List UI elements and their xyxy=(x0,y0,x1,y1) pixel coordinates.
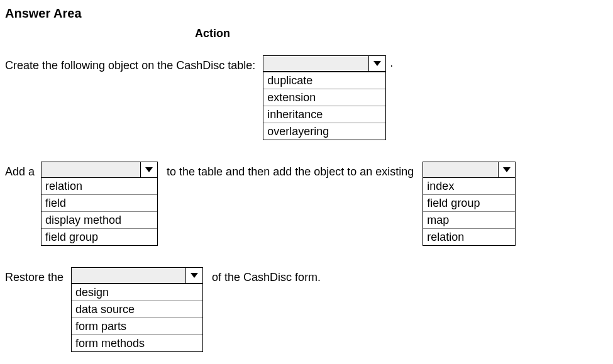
chevron-down-icon xyxy=(369,56,385,71)
svg-marker-1 xyxy=(145,167,153,172)
svg-marker-3 xyxy=(191,273,198,278)
option-inheritance[interactable]: inheritance xyxy=(263,106,385,123)
row3-text-after: of the CashDisc form. xyxy=(212,267,321,286)
row2-text-before: Add a xyxy=(5,162,35,180)
dropdown-options: index field group map relation xyxy=(422,177,516,246)
option-overlayering[interactable]: overlayering xyxy=(263,123,385,140)
chevron-down-icon xyxy=(499,162,515,177)
dropdown-restore-item[interactable]: design data source form parts form metho… xyxy=(71,267,203,352)
dropdown-value xyxy=(263,56,369,71)
option-index[interactable]: index xyxy=(423,178,515,195)
option-design[interactable]: design xyxy=(72,284,202,301)
option-extension[interactable]: extension xyxy=(263,89,385,106)
row3-text-before: Restore the xyxy=(5,267,64,286)
row-add-to-table: Add a relation field display method fiel… xyxy=(5,162,608,246)
row1-period: . xyxy=(386,55,393,70)
svg-marker-0 xyxy=(373,61,381,66)
section-header-action: Action xyxy=(5,27,269,40)
option-display-method[interactable]: display method xyxy=(41,212,157,229)
row-restore: Restore the design data source form part… xyxy=(5,267,608,352)
dropdown-existing-object[interactable]: index field group map relation xyxy=(422,162,516,246)
option-field-group[interactable]: field group xyxy=(423,195,515,212)
row2-text-mid: to the table and then add the object to … xyxy=(167,162,414,180)
dropdown-add-item[interactable]: relation field display method field grou… xyxy=(41,162,158,246)
dropdown-value xyxy=(72,268,186,283)
dropdown-options: duplicate extension inheritance overlaye… xyxy=(263,71,386,140)
dropdown-value xyxy=(41,162,141,177)
chevron-down-icon xyxy=(141,162,157,177)
dropdown-object-type[interactable]: duplicate extension inheritance overlaye… xyxy=(263,55,386,140)
row-create-object: Create the following object on the CashD… xyxy=(5,55,608,140)
svg-marker-2 xyxy=(503,167,511,172)
option-field-group[interactable]: field group xyxy=(41,229,157,245)
dropdown-options: design data source form parts form metho… xyxy=(71,283,203,352)
chevron-down-icon xyxy=(186,268,202,283)
option-map[interactable]: map xyxy=(423,212,515,229)
option-relation[interactable]: relation xyxy=(41,178,157,195)
option-relation[interactable]: relation xyxy=(423,229,515,245)
row1-text-before: Create the following object on the CashD… xyxy=(5,55,255,74)
option-form-parts[interactable]: form parts xyxy=(72,318,202,335)
dropdown-value xyxy=(423,162,499,177)
page-title: Answer Area xyxy=(5,6,608,21)
option-data-source[interactable]: data source xyxy=(72,301,202,318)
option-form-methods[interactable]: form methods xyxy=(72,335,202,351)
option-duplicate[interactable]: duplicate xyxy=(263,72,385,89)
option-field[interactable]: field xyxy=(41,195,157,212)
dropdown-options: relation field display method field grou… xyxy=(41,177,158,246)
